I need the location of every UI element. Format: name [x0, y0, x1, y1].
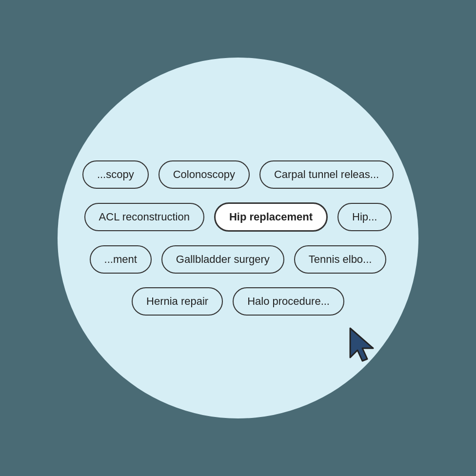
tag-hip-partial[interactable]: Hip...: [337, 203, 392, 231]
tag-row-2: ACL reconstruction Hip replacement Hip..…: [58, 202, 418, 232]
tag-tennis-elbow[interactable]: Tennis elbo...: [294, 245, 387, 274]
tag-hip-replacement[interactable]: Hip replacement: [214, 202, 328, 232]
tag-hernia-repair[interactable]: Hernia repair: [132, 287, 223, 316]
tags-wrapper: ...scopy Colonoscopy Carpal tunnel relea…: [58, 160, 418, 316]
tag-gallbladder[interactable]: Gallbladder surgery: [161, 245, 284, 274]
tag-row-1: ...scopy Colonoscopy Carpal tunnel relea…: [58, 160, 418, 189]
tag-colonoscopy[interactable]: Colonoscopy: [159, 160, 250, 189]
tag-row-4: Hernia repair Halo procedure...: [58, 287, 418, 316]
svg-marker-0: [350, 328, 373, 361]
tag-endoscopy[interactable]: ...scopy: [82, 160, 149, 189]
tag-row-3: ...ment Gallbladder surgery Tennis elbo.…: [58, 245, 418, 274]
tag-acl[interactable]: ACL reconstruction: [84, 203, 204, 231]
cursor-icon: [348, 326, 377, 362]
tag-ment-partial[interactable]: ...ment: [90, 245, 152, 274]
main-circle: ...scopy Colonoscopy Carpal tunnel relea…: [58, 58, 418, 418]
tag-carpal-tunnel[interactable]: Carpal tunnel releas...: [259, 160, 394, 189]
tag-halo-procedure[interactable]: Halo procedure...: [233, 287, 344, 316]
